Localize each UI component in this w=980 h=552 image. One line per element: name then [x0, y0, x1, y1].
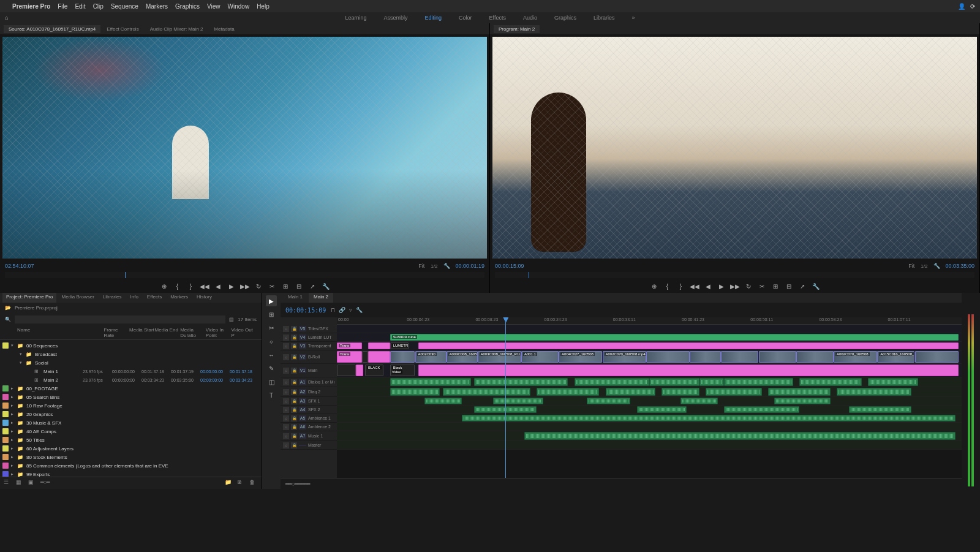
- timeline-tab-main1[interactable]: Main 1: [283, 293, 307, 303]
- mute-toggle[interactable]: ○: [283, 335, 289, 341]
- bin-row[interactable]: ▸📁40 AE Comps: [0, 427, 262, 436]
- mute-toggle[interactable]: ○: [283, 379, 289, 385]
- clip[interactable]: A002C070_160508: [834, 351, 877, 363]
- tracks-area[interactable]: 00:0000:00:04:2300:00:08:2300:00:24:2300…: [337, 317, 962, 478]
- bin-icon[interactable]: 📂: [5, 305, 11, 311]
- clip[interactable]: [799, 378, 862, 386]
- mute-toggle[interactable]: ○: [283, 424, 289, 430]
- track-A6[interactable]: [337, 423, 962, 431]
- lock-toggle[interactable]: 🔒: [291, 415, 297, 422]
- list-view-icon[interactable]: ☰: [4, 479, 12, 488]
- transport-btn-8[interactable]: ✂: [757, 281, 767, 291]
- timeline-tab-main2[interactable]: Main 2: [309, 293, 333, 303]
- lock-toggle[interactable]: 🔒: [291, 398, 297, 404]
- clip[interactable]: [368, 351, 390, 363]
- program-tab[interactable]: Program: Main 2: [494, 25, 540, 33]
- project-tab-2[interactable]: Libraries: [99, 293, 126, 303]
- program-tc-pos[interactable]: 00:00:15:09: [495, 263, 902, 269]
- clip[interactable]: SLB9D9.cube: [390, 334, 959, 341]
- settings-icon[interactable]: 🔧: [356, 307, 363, 313]
- clip[interactable]: A015C016_160508_R1UC.mp4: [877, 351, 914, 363]
- clip[interactable]: [768, 388, 831, 396]
- freeform-view-icon[interactable]: ▣: [28, 479, 37, 488]
- caret-icon[interactable]: ▾: [20, 352, 26, 357]
- tool-5[interactable]: ✎: [266, 363, 277, 374]
- clip[interactable]: A001.1: [521, 351, 559, 363]
- col-end[interactable]: Media End: [155, 327, 181, 338]
- source-tab-metadata[interactable]: Metadata: [209, 25, 239, 33]
- source-resolution[interactable]: 1/2: [431, 263, 437, 269]
- track-A1[interactable]: [337, 377, 962, 387]
- track-header-[interactable]: ○🔒Master: [281, 441, 337, 450]
- lock-toggle[interactable]: 🔒: [291, 379, 297, 385]
- bin-row[interactable]: ▸📁99 Exports: [0, 470, 262, 477]
- mute-toggle[interactable]: ○: [283, 354, 289, 360]
- project-tab-3[interactable]: Info: [127, 293, 142, 303]
- source-zoom-fit[interactable]: Fit: [418, 263, 424, 269]
- bin-row[interactable]: ▸📁85 Common elements (Logos and other el…: [0, 461, 262, 470]
- workspace-assembly[interactable]: Assembly: [382, 13, 410, 22]
- clip[interactable]: [837, 388, 911, 396]
- track-A2[interactable]: [337, 387, 962, 397]
- clip[interactable]: [443, 388, 530, 396]
- bin-row[interactable]: ▸📁50 Titles: [0, 436, 262, 444]
- workspace-effects[interactable]: Effects: [487, 13, 508, 22]
- col-in[interactable]: Video In Point: [206, 327, 232, 338]
- transport-btn-7[interactable]: ↻: [744, 281, 753, 291]
- zoom-slider[interactable]: ━○━: [40, 479, 49, 488]
- icon-view-icon[interactable]: ▦: [16, 479, 24, 488]
- col-start[interactable]: Media Start: [129, 327, 155, 338]
- mute-toggle[interactable]: ○: [283, 442, 289, 448]
- track-number[interactable]: A4: [299, 407, 306, 412]
- user-icon[interactable]: 👤: [958, 3, 965, 10]
- clip[interactable]: [362, 351, 368, 363]
- lock-toggle[interactable]: 🔒: [291, 433, 297, 439]
- track-header-A3[interactable]: ○🔒A3SFX 1: [281, 397, 337, 406]
- settings-icon[interactable]: 🔧: [933, 263, 940, 269]
- clip[interactable]: [646, 351, 690, 363]
- track-header-A5[interactable]: ○🔒A5Ambience 1: [281, 414, 337, 423]
- track-header-V5[interactable]: ○🔒V5Titles/GFX: [281, 325, 337, 333]
- col-out[interactable]: Video Out P: [231, 327, 257, 338]
- track-A4[interactable]: [337, 406, 962, 414]
- caret-icon[interactable]: ▸: [11, 472, 17, 477]
- filter-icon[interactable]: ▤: [229, 317, 234, 322]
- lock-toggle[interactable]: 🔒: [291, 368, 297, 374]
- track-header-V4[interactable]: ○🔒V4Lumetri LUT: [281, 333, 337, 342]
- track-number[interactable]: A2: [299, 389, 306, 395]
- track-number[interactable]: V3: [299, 343, 306, 349]
- clip[interactable]: [868, 378, 918, 386]
- clip[interactable]: [337, 365, 356, 376]
- tool-0[interactable]: ▶: [266, 295, 277, 306]
- clip[interactable]: [424, 398, 462, 404]
- track-header-A2[interactable]: ○🔒A2Diag 2: [281, 387, 337, 397]
- clip[interactable]: [390, 378, 472, 386]
- clip[interactable]: [637, 406, 687, 413]
- transport-btn-6[interactable]: ▶▶: [240, 281, 250, 291]
- track-V3[interactable]: TransLUMETRI: [337, 342, 962, 350]
- clip[interactable]: A003C008_160508_R1UC.mp4: [478, 351, 521, 363]
- workspace-graphics[interactable]: Graphics: [552, 13, 579, 22]
- source-scrub-bar[interactable]: [5, 272, 484, 278]
- clip[interactable]: LUMETRI: [390, 342, 409, 349]
- workspace-editing[interactable]: Editing: [423, 13, 445, 22]
- lock-toggle[interactable]: 🔒: [291, 335, 297, 341]
- mute-toggle[interactable]: ○: [283, 433, 289, 439]
- clip[interactable]: A002C030: [415, 351, 447, 363]
- home-icon[interactable]: ⌂: [5, 15, 8, 21]
- caret-icon[interactable]: ▸: [11, 463, 17, 468]
- source-tab-clip[interactable]: Source: A010C078_160517_R1UC.mp4: [4, 25, 100, 33]
- transport-btn-8[interactable]: ✂: [267, 281, 277, 291]
- program-zoom-fit[interactable]: Fit: [908, 263, 914, 269]
- menu-window[interactable]: Window: [228, 3, 250, 10]
- clip[interactable]: Trans: [337, 351, 362, 363]
- project-tab-1[interactable]: Media Browser: [58, 293, 97, 303]
- clip[interactable]: [649, 378, 699, 386]
- tool-1[interactable]: ⊞: [266, 309, 277, 320]
- transport-btn-6[interactable]: ▶▶: [730, 281, 740, 291]
- clip[interactable]: [390, 351, 415, 363]
- workspace-audio[interactable]: Audio: [521, 13, 540, 22]
- clip[interactable]: [606, 388, 656, 396]
- zoom-slider[interactable]: ━━○━━━━━: [285, 481, 310, 487]
- clip[interactable]: [368, 342, 390, 349]
